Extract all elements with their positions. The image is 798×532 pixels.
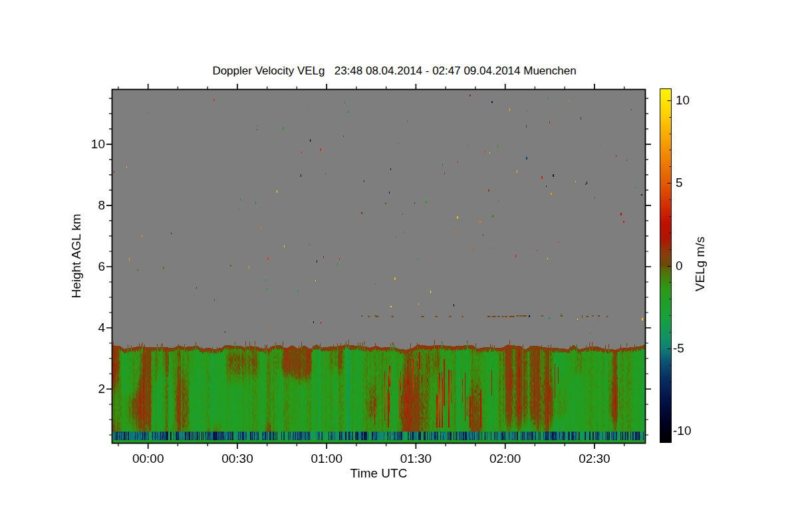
colorbar-label: VELg m/s [693,237,708,291]
x-tick-label: 01:30 [389,452,442,466]
doppler-velocity-figure: Doppler Velocity VELg 23:48 08.04.2014 -… [0,0,798,532]
y-axis-label: Height AGL km [69,213,84,298]
colorbar-tick-label: -10 [673,424,691,438]
x-tick-label: 00:00 [122,452,175,466]
y-tick-label: 2 [65,382,105,396]
y-tick-label: 4 [65,321,105,335]
y-tick-label: 8 [65,198,105,213]
x-tick-label: 02:00 [479,452,532,466]
colorbar-tick-label: 10 [676,93,690,108]
y-tick-label: 10 [65,137,105,152]
x-axis-label: Time UTC [112,466,645,481]
chart-title: Doppler Velocity VELg 23:48 08.04.2014 -… [0,65,789,78]
y-tick-label: 6 [65,259,105,274]
colorbar-tick-label: 5 [676,176,683,190]
x-tick-label: 00:30 [211,452,264,466]
colorbar [660,88,672,443]
x-tick-label: 01:00 [300,452,353,466]
colorbar-tick-label: 0 [676,259,683,273]
x-tick-label: 02:30 [568,452,621,466]
colorbar-tick-label: -5 [673,341,684,356]
heatmap-plot-area [112,90,645,443]
